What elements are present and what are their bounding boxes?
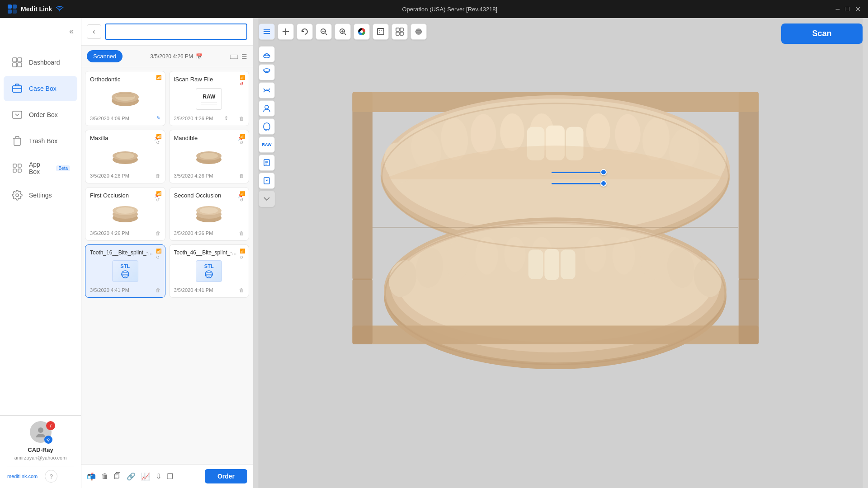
delete-icon[interactable]: 🗑 [156, 287, 160, 293]
avatar-settings-icon[interactable] [44, 436, 52, 444]
file-card-first-occlusion[interactable]: First Occlusion 📌 3/5/2020 4:26 PM [85, 187, 165, 241]
slider-2-thumb[interactable] [600, 180, 607, 187]
arch-bottom-button[interactable] [259, 64, 275, 80]
order-button[interactable]: Order [205, 469, 247, 483]
list-view-button[interactable]: ☰ [241, 53, 247, 60]
footer-tools: 📬 🗑 🗐 🔗 📈 ⇩ ❐ [87, 472, 173, 481]
file-card-tooth16[interactable]: Tooth_16__Bite_splint_-... STL 3/5/2020 … [85, 244, 165, 298]
sidebar-item-order-box[interactable]: Order Box [4, 102, 77, 127]
svg-point-55 [360, 30, 363, 33]
raw-data-button[interactable]: RAW [259, 136, 275, 153]
svg-point-110 [585, 237, 606, 272]
file-card-header: Mandible 📌 [174, 135, 245, 141]
note-button[interactable] [259, 155, 275, 171]
skull-view-button[interactable] [259, 118, 275, 135]
file-date: 3/5/2020 4:09 PM [90, 116, 129, 121]
search-input[interactable] [105, 23, 247, 40]
window-controls[interactable]: – □ ✕ [835, 5, 861, 14]
zoom-out-button[interactable] [316, 23, 332, 40]
settings-label: Settings [29, 192, 52, 199]
scanned-filter-button[interactable]: Scanned [87, 50, 123, 62]
file-date: 3/5/2020 4:26 PM [90, 230, 129, 236]
share-tool[interactable]: 📬 [87, 472, 96, 481]
scan-button[interactable]: Scan [781, 23, 863, 44]
delete-icon[interactable]: 🗑 [156, 173, 160, 178]
file-card-maxilla[interactable]: Maxilla 📌 3/5/2020 4:26 PM 🗑 [85, 130, 165, 183]
svg-point-100 [397, 224, 713, 342]
sync-icon: 📶 [156, 191, 161, 196]
filter-icons: □□ ☰ [230, 53, 247, 60]
viewer-sliders [552, 172, 606, 184]
delete-icon[interactable]: 🗑 [239, 116, 244, 121]
sidebar-navigation: Dashboard Case Box Order Box Trash Box [0, 45, 81, 415]
copy-tool[interactable]: 🗐 [114, 472, 121, 481]
delete-tool[interactable]: 🗑 [101, 472, 108, 481]
sidebar-item-app-box[interactable]: App Box Beta [4, 155, 77, 182]
slider-1-thumb[interactable] [600, 169, 607, 175]
close-button[interactable]: ✕ [855, 5, 861, 14]
delete-icon[interactable]: 🗑 [239, 287, 244, 293]
share2-tool[interactable]: ⇩ [156, 472, 161, 481]
svg-rect-12 [18, 164, 21, 167]
add-view-button[interactable] [278, 23, 294, 40]
svg-rect-108 [544, 249, 559, 280]
crop-button[interactable] [373, 23, 389, 40]
file-edit-icon[interactable]: ✎ [156, 115, 160, 121]
chevron-down-button[interactable] [259, 191, 275, 207]
file-card-mandible[interactable]: Mandible 📌 3/5/2020 4:26 PM 🗑 [169, 130, 250, 183]
sidebar-item-settings[interactable]: Settings [4, 183, 77, 208]
delete-icon[interactable]: 🗑 [156, 230, 160, 236]
website-link[interactable]: meditlink.com [7, 470, 38, 483]
sidebar: « Dashboard Case Box Order Box [0, 18, 81, 488]
file-card-orthodontic[interactable]: Orthodontic 3/5/2020 4:09 PM ✎ [85, 71, 165, 126]
file-card-meta: 3/5/2020 4:09 PM ✎ [90, 115, 160, 121]
back-button[interactable]: ‹ [87, 24, 101, 39]
file-card-tooth46[interactable]: Tooth_46__Bite_splint_-... STL 3/5/2020 … [169, 244, 250, 298]
link-tool[interactable]: 🔗 [127, 472, 136, 481]
svg-point-92 [586, 113, 610, 151]
svg-rect-109 [561, 250, 576, 279]
refresh-icon[interactable]: ↺ [156, 255, 161, 260]
refresh-icon[interactable]: ↺ [156, 140, 161, 145]
filter-view-button[interactable] [259, 23, 275, 40]
refresh-icon[interactable]: ↺ [156, 197, 161, 202]
slider-1-track[interactable] [552, 172, 606, 173]
zoom-in-button[interactable] [335, 23, 351, 40]
refresh-icon[interactable]: ↺ [240, 81, 245, 86]
export-tool[interactable]: 📈 [141, 472, 150, 481]
refresh-icon[interactable]: ↺ [240, 197, 245, 202]
file-card-second-occlusion[interactable]: Second Occlusion 📌 3/5/2020 4:26 PM [169, 187, 250, 241]
stl-file-icon2: STL [196, 260, 222, 282]
slider-2-track[interactable] [552, 183, 606, 184]
minimize-button[interactable]: – [835, 5, 840, 14]
maximize-button[interactable]: □ [845, 5, 849, 14]
file-card-iscan[interactable]: iScan Raw File RAW 3/5/2020 4:26 PM ⇧ 🗑 [169, 71, 250, 126]
file-card-header: Tooth_16__Bite_splint_-... [90, 249, 160, 256]
patient-view-button[interactable] [259, 100, 275, 117]
sidebar-item-case-box[interactable]: Case Box [4, 76, 77, 101]
file-card-header: First Occlusion 📌 [90, 192, 160, 199]
refresh-icon[interactable]: ↺ [240, 255, 245, 260]
svg-rect-115 [352, 325, 759, 344]
upload-icon[interactable]: ⇧ [224, 115, 228, 121]
expand-button[interactable] [392, 23, 408, 40]
sidebar-item-dashboard[interactable]: Dashboard [4, 50, 77, 75]
file-card-meta: 3/5/2020 4:26 PM ⇧ 🗑 [174, 115, 245, 121]
grid-view-button[interactable]: □□ [230, 53, 238, 60]
file-card-title: Orthodontic [90, 76, 160, 83]
expand-note-button[interactable] [259, 173, 275, 189]
color-wheel-button[interactable] [354, 23, 370, 40]
sidebar-item-trash-box[interactable]: Trash Box [4, 128, 77, 154]
refresh-icon[interactable]: ↺ [240, 140, 245, 145]
sphere-button[interactable] [410, 23, 427, 40]
delete-icon[interactable]: 🗑 [239, 173, 244, 178]
help-button[interactable]: ? [45, 470, 57, 483]
sidebar-collapse-button[interactable]: « [69, 27, 74, 36]
reset-view-button[interactable] [297, 23, 313, 40]
filter-date-icon[interactable]: 📅 [196, 53, 203, 60]
arch-both-button[interactable] [259, 82, 275, 99]
arch-top-button[interactable] [259, 46, 275, 62]
delete-icon[interactable]: 🗑 [239, 230, 244, 236]
fullscreen-tool[interactable]: ❐ [167, 472, 173, 481]
3d-viewer[interactable] [253, 18, 868, 488]
